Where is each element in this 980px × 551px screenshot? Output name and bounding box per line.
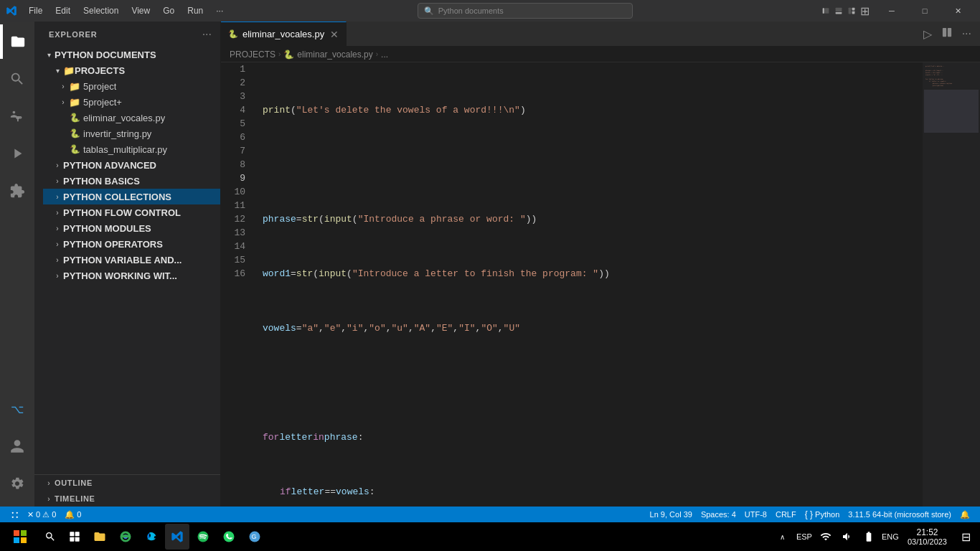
close-button[interactable]: ✕ <box>941 0 974 22</box>
error-count: 0 <box>36 510 40 519</box>
menu-view[interactable]: View <box>126 4 156 17</box>
chevron-basics <box>52 175 63 187</box>
minimap: print("Let's delete... phrase = str(inpu… <box>923 62 980 507</box>
notifications-status[interactable]: 🔔 0 <box>60 507 85 522</box>
toggle-sidebar-button[interactable] <box>821 6 831 16</box>
encoding-status[interactable]: UTF-8 <box>740 510 771 519</box>
minimap-content: print("Let's delete... phrase = str(inpu… <box>923 62 980 507</box>
extensions-activity-icon[interactable] <box>0 174 34 208</box>
run-file-button[interactable]: ▷ <box>920 26 935 42</box>
whatsapp-taskbar-button[interactable] <box>217 524 241 550</box>
other-sections: PYTHON ADVANCED PYTHON BASICS PYTHON COL… <box>34 157 220 283</box>
svg-rect-12 <box>21 537 27 543</box>
source-control-status[interactable] <box>6 507 23 522</box>
svg-rect-3 <box>836 12 842 14</box>
5project-item[interactable]: 📁 5project <box>57 78 220 94</box>
outline-header[interactable]: OUTLINE <box>34 475 220 491</box>
line-num-13: 13 <box>221 226 251 240</box>
python-documents-header[interactable]: PYTHON DOCUMENTS <box>34 47 220 62</box>
source-control-activity-icon[interactable] <box>0 99 34 133</box>
tablas-multiplicar-item[interactable]: 🐍 tablas_multiplicar.py <box>57 141 220 157</box>
keyboard-tray-icon[interactable]: ENG <box>880 524 900 550</box>
errors-status[interactable]: ✕ 0 ⚠ 0 <box>23 507 60 522</box>
tray-arrow-button[interactable]: ∧ <box>773 524 793 550</box>
bell-status[interactable]: 🔔 <box>956 510 974 519</box>
language-label: Python <box>815 510 839 519</box>
python-documents-section: PYTHON DOCUMENTS 📁 PROJECTS 📁 <box>34 47 220 283</box>
breadcrumb-filename[interactable]: eliminar_vocales.py <box>297 50 372 60</box>
account-activity-icon[interactable] <box>0 429 34 463</box>
toggle-panel-button[interactable] <box>834 6 844 16</box>
menu-file[interactable]: File <box>23 4 48 17</box>
breadcrumb-projects[interactable]: PROJECTS <box>230 50 275 60</box>
svg-rect-16 <box>75 537 80 542</box>
editor-content[interactable]: 1 2 3 4 5 6 7 8 9 10 11 12 13 14 15 16 p… <box>221 62 980 507</box>
task-view-button[interactable] <box>63 524 86 550</box>
language-status[interactable]: { } Python <box>801 509 844 519</box>
spaces-status[interactable]: Spaces: 4 <box>697 510 740 519</box>
python-variable-header[interactable]: PYTHON VARIABLE AND... <box>43 252 220 268</box>
python-file-icon: 🐍 <box>69 112 80 123</box>
system-clock[interactable]: 21:52 03/10/2023 <box>902 524 953 550</box>
python-operators-header[interactable]: PYTHON OPERATORS <box>43 236 220 252</box>
5projectplus-item[interactable]: 📁 5project+ <box>57 94 220 110</box>
python-collections-header[interactable]: PYTHON COLLECTIONS <box>43 189 220 204</box>
timeline-header[interactable]: TIMELINE <box>34 491 220 507</box>
menu-more[interactable]: ··· <box>210 4 229 17</box>
file-explorer-taskbar-button[interactable] <box>88 524 112 550</box>
notification-button[interactable]: ⊟ <box>954 524 977 550</box>
menu-go[interactable]: Go <box>157 4 180 17</box>
python-version-status[interactable]: 3.11.5 64-bit (microsoft store) <box>844 510 956 519</box>
maximize-button[interactable]: □ <box>908 0 941 22</box>
menu-selection[interactable]: Selection <box>77 4 124 17</box>
invertir-string-item[interactable]: 🐍 invertir_string.py <box>57 126 220 141</box>
python-modules-header[interactable]: PYTHON MODULES <box>43 220 220 236</box>
spotify-taskbar-button[interactable] <box>191 524 215 550</box>
unknown-taskbar-button[interactable]: G <box>242 524 267 550</box>
network-tray-icon[interactable] <box>816 524 836 550</box>
customize-layout-button[interactable]: ⊞ <box>859 6 870 16</box>
battery-tray-icon[interactable] <box>859 524 879 550</box>
chevron-operators <box>52 238 63 250</box>
eliminar-vocales-item[interactable]: 🐍 eliminar_vocales.py <box>57 110 220 126</box>
edge-taskbar-button[interactable] <box>139 524 164 550</box>
search-activity-icon[interactable] <box>0 62 34 96</box>
minimize-button[interactable]: ─ <box>875 0 908 22</box>
line-ending-status[interactable]: CRLF <box>771 510 801 519</box>
chevron-collections <box>52 191 63 202</box>
explorer-activity-icon[interactable] <box>0 24 34 59</box>
taskbar-search-button[interactable] <box>39 524 62 550</box>
error-icon: ✕ <box>27 510 34 519</box>
svg-rect-4 <box>849 8 852 14</box>
projects-header[interactable]: 📁 PROJECTS <box>43 62 220 78</box>
run-debug-activity-icon[interactable] <box>0 136 34 171</box>
cursor-position-status[interactable]: Ln 9, Col 39 <box>646 510 697 519</box>
python-flow-header[interactable]: PYTHON FLOW CONTROL <box>43 204 220 220</box>
tab-bar: 🐍 eliminar_vocales.py ✕ ▷ ··· <box>221 22 980 47</box>
python-basics-header[interactable]: PYTHON BASICS <box>43 173 220 189</box>
menu-edit[interactable]: Edit <box>50 4 76 17</box>
vscode-taskbar-button[interactable] <box>165 524 189 550</box>
python-advanced-header[interactable]: PYTHON ADVANCED <box>43 157 220 173</box>
split-editor-button[interactable] <box>939 26 955 42</box>
svg-rect-13 <box>70 532 74 536</box>
start-button[interactable] <box>3 522 37 551</box>
more-actions-button[interactable]: ··· <box>959 26 974 42</box>
python-working-header[interactable]: PYTHON WORKING WIT... <box>43 268 220 283</box>
chrome-taskbar-button[interactable] <box>113 524 138 550</box>
remote-activity-icon[interactable]: ⌥ <box>0 392 34 426</box>
tab-close-button[interactable]: ✕ <box>330 29 339 40</box>
volume-tray-icon[interactable] <box>837 524 857 550</box>
breadcrumb-dots[interactable]: ... <box>381 50 388 60</box>
line-num-14: 14 <box>221 240 251 253</box>
chevron-flow <box>52 207 63 218</box>
layout-button[interactable] <box>847 6 857 16</box>
settings-activity-icon[interactable] <box>0 466 34 501</box>
tab-eliminar-vocales[interactable]: 🐍 eliminar_vocales.py ✕ <box>221 22 347 46</box>
sidebar-more-button[interactable]: ··· <box>202 28 212 41</box>
menu-run[interactable]: Run <box>182 4 209 17</box>
command-palette[interactable]: 🔍 Python documents <box>418 3 633 19</box>
language-tray[interactable]: ESP <box>794 524 814 550</box>
svg-text:G: G <box>252 533 257 540</box>
code-editor[interactable]: print("Let's delete the vowels of a word… <box>257 62 923 507</box>
